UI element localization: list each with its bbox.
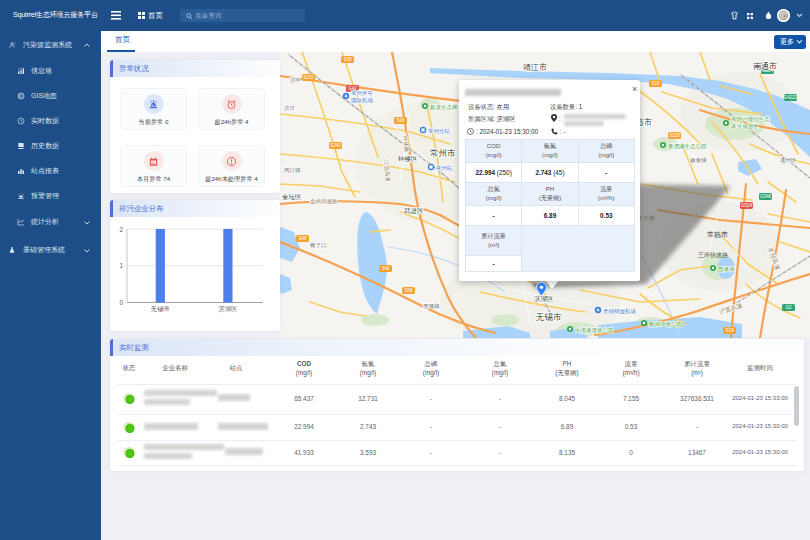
- svg-text:农业旅游区: 农业旅游区: [731, 123, 759, 130]
- svg-text:洪甲: 洪甲: [290, 77, 301, 84]
- svg-text:雪堰镇: 雪堰镇: [423, 303, 440, 309]
- svg-text:S226: S226: [669, 133, 680, 138]
- svg-text:金坛区: 金坛区: [282, 193, 302, 200]
- svg-text:横子口: 横子口: [310, 242, 327, 249]
- svg-text:钟楼区: 钟楼区: [397, 155, 418, 162]
- svg-text:S19: S19: [651, 81, 660, 86]
- svg-text:王庄镇: 王庄镇: [638, 215, 655, 221]
- svg-text:无锡市: 无锡市: [151, 305, 170, 313]
- svg-text:2: 2: [119, 226, 123, 233]
- svg-text:鹅湖湿地公园: 鹅湖湿地公园: [649, 321, 682, 328]
- svg-text:S19: S19: [725, 328, 734, 333]
- svg-text:G2: G2: [785, 305, 792, 310]
- svg-text:G524: G524: [741, 203, 753, 208]
- svg-text:1: 1: [119, 262, 123, 269]
- svg-text:S240: S240: [330, 143, 341, 148]
- svg-text:昆承湖: 昆承湖: [718, 266, 735, 273]
- svg-text:金武快速路: 金武快速路: [310, 198, 338, 204]
- svg-text:三环快速路: 三环快速路: [698, 252, 728, 259]
- svg-text:S58: S58: [404, 288, 413, 293]
- svg-text:新龙生态林: 新龙生态林: [430, 104, 458, 110]
- svg-text:无锡硕放机场: 无锡硕放机场: [603, 308, 636, 315]
- svg-text:常阴沙现代生态: 常阴沙现代生态: [731, 116, 770, 123]
- svg-text:常州站: 常州站: [436, 165, 453, 171]
- svg-text:洪庄: 洪庄: [284, 105, 296, 112]
- svg-text:南通市: 南通市: [753, 61, 777, 71]
- svg-text:通州区: 通州区: [780, 156, 797, 163]
- svg-text:0: 0: [119, 299, 123, 306]
- svg-text:杨舍镇: 杨舍镇: [689, 157, 707, 164]
- svg-text:靖江市: 靖江市: [523, 63, 547, 72]
- svg-text:滨湖区: 滨湖区: [217, 305, 238, 313]
- svg-text:常熟市: 常熟市: [707, 230, 728, 239]
- svg-text:滨湖区: 滨湖区: [534, 295, 554, 303]
- svg-text:G346: G346: [760, 194, 772, 199]
- svg-text:常州奔牛: 常州奔牛: [351, 90, 374, 96]
- svg-text:G4221: G4221: [784, 95, 798, 100]
- svg-text:国际机场: 国际机场: [351, 97, 373, 104]
- svg-text:S48: S48: [298, 236, 307, 241]
- svg-text:S232: S232: [303, 75, 314, 80]
- svg-text:黄泗浦生态公园: 黄泗浦生态公园: [668, 143, 707, 150]
- svg-text:闸口镇: 闸口镇: [284, 167, 301, 174]
- svg-text:常州市: 常州市: [430, 148, 456, 158]
- svg-text:常州北站: 常州北站: [428, 128, 451, 135]
- svg-text:528: 528: [397, 118, 405, 123]
- svg-text:大溪港湿地公园: 大溪港湿地公园: [575, 327, 614, 334]
- svg-text:无锡市: 无锡市: [536, 312, 562, 322]
- svg-text:348: 348: [382, 266, 390, 271]
- svg-text:武进区: 武进区: [403, 207, 424, 215]
- svg-text:S39: S39: [343, 57, 352, 62]
